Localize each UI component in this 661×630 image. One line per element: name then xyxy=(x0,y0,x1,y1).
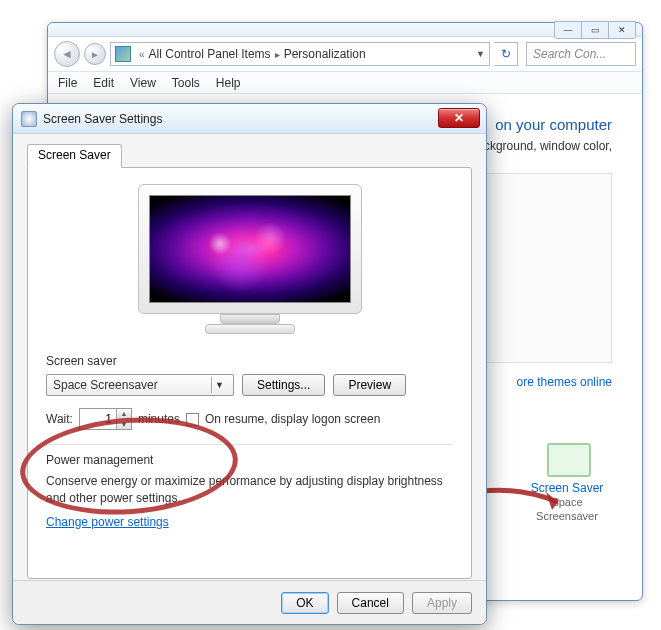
nav-forward-button[interactable]: ► xyxy=(84,43,106,65)
screen-saver-group-label: Screen saver xyxy=(46,354,453,368)
screen-saver-sub: Space Screensaver xyxy=(536,496,598,522)
dialog-icon xyxy=(21,111,37,127)
screen-saver-combo[interactable]: Space Screensaver ▼ xyxy=(46,374,234,396)
wait-spinbox[interactable]: ▲ ▼ xyxy=(79,408,132,430)
menu-help[interactable]: Help xyxy=(216,76,241,90)
refresh-button[interactable]: ↻ xyxy=(494,42,518,66)
parent-titlebar: — ▭ ✕ xyxy=(48,23,642,37)
breadcrumb-item[interactable]: All Control Panel Items xyxy=(149,47,271,61)
preview-screen xyxy=(149,195,351,303)
apply-button[interactable]: Apply xyxy=(412,592,472,614)
on-resume-label: On resume, display logon screen xyxy=(205,412,380,426)
dialog-titlebar[interactable]: Screen Saver Settings ✕ xyxy=(13,104,486,134)
breadcrumb-item[interactable]: Personalization xyxy=(284,47,366,61)
search-input[interactable]: Search Con... xyxy=(526,42,636,66)
wait-label: Wait: xyxy=(46,412,73,426)
chevron-left-icon: « xyxy=(135,49,149,60)
dialog-title: Screen Saver Settings xyxy=(43,112,162,126)
chevron-right-icon: ▸ xyxy=(271,49,284,60)
control-panel-icon xyxy=(115,46,131,62)
help-icon[interactable]: ? xyxy=(610,102,628,120)
power-management-text: Conserve energy or maximize performance … xyxy=(46,473,453,507)
on-resume-checkbox[interactable] xyxy=(186,413,199,426)
chevron-down-icon: ▼ xyxy=(211,377,227,393)
menu-bar: File Edit View Tools Help xyxy=(48,72,642,94)
menu-edit[interactable]: Edit xyxy=(93,76,114,90)
menu-view[interactable]: View xyxy=(130,76,156,90)
settings-button[interactable]: Settings... xyxy=(242,374,325,396)
combo-value: Space Screensaver xyxy=(53,378,158,392)
screen-saver-item[interactable]: Screen Saver Space Screensaver xyxy=(522,439,612,523)
minimize-button[interactable]: — xyxy=(554,21,582,39)
menu-file[interactable]: File xyxy=(58,76,77,90)
tab-screen-saver[interactable]: Screen Saver xyxy=(27,144,122,168)
screen-saver-dialog: Screen Saver Settings ✕ Screen Saver Scr… xyxy=(12,103,487,625)
wait-input[interactable] xyxy=(80,409,116,429)
screen-saver-icon xyxy=(543,439,591,479)
address-bar[interactable]: « All Control Panel Items ▸ Personalizat… xyxy=(110,42,490,66)
nav-row: ◄ ► « All Control Panel Items ▸ Personal… xyxy=(48,37,642,72)
change-power-settings-link[interactable]: Change power settings xyxy=(46,515,169,529)
tab-panel: Screen saver Space Screensaver ▼ Setting… xyxy=(27,167,472,579)
ok-button[interactable]: OK xyxy=(281,592,328,614)
preview-monitor xyxy=(138,184,362,340)
screen-saver-label: Screen Saver xyxy=(522,481,612,495)
cancel-button[interactable]: Cancel xyxy=(337,592,404,614)
maximize-button[interactable]: ▭ xyxy=(581,21,609,39)
menu-tools[interactable]: Tools xyxy=(172,76,200,90)
dialog-footer: OK Cancel Apply xyxy=(13,580,486,624)
wait-unit: minutes xyxy=(138,412,180,426)
dialog-close-button[interactable]: ✕ xyxy=(438,108,480,128)
close-button[interactable]: ✕ xyxy=(608,21,636,39)
spin-down-icon[interactable]: ▼ xyxy=(117,419,131,429)
nav-back-button[interactable]: ◄ xyxy=(54,41,80,67)
spin-up-icon[interactable]: ▲ xyxy=(117,409,131,419)
addr-dropdown-icon[interactable]: ▼ xyxy=(476,49,485,59)
separator xyxy=(46,444,453,445)
preview-button[interactable]: Preview xyxy=(333,374,406,396)
power-management-label: Power management xyxy=(46,453,453,467)
